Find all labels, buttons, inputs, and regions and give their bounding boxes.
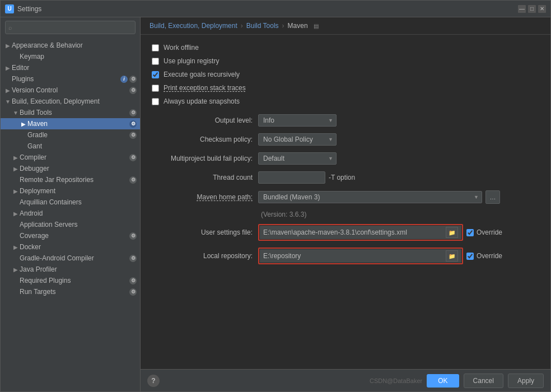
- local-repo-override-wrap: Override: [466, 252, 502, 260]
- breadcrumb-icon: ▤: [314, 23, 319, 29]
- sidebar-item-label: Java Profiler: [20, 265, 140, 273]
- expand-icon: ▼: [12, 110, 20, 116]
- user-settings-override-label: Override: [477, 228, 502, 236]
- always-update-row: Always update snapshots: [152, 97, 539, 105]
- output-level-select[interactable]: Info Debug Warn Error: [258, 114, 337, 127]
- print-exception-row: Print exception stack traces: [152, 84, 539, 92]
- thread-count-control: -T option: [258, 171, 355, 184]
- maven-home-select[interactable]: Bundled (Maven 3) Custom...: [258, 191, 482, 203]
- gear-icon: ⚙: [129, 176, 137, 184]
- sidebar-item-label: Build Tools: [20, 109, 129, 116]
- sidebar-item-android[interactable]: ▶ Android: [1, 208, 140, 219]
- watermark-label: CSDN@DataBaker: [370, 377, 422, 384]
- search-input[interactable]: [5, 21, 136, 34]
- user-settings-browse-button[interactable]: 📁: [446, 227, 458, 238]
- ok-button[interactable]: OK: [427, 374, 459, 388]
- sidebar-item-label: Arquillian Containers: [20, 198, 140, 206]
- breadcrumb-build-exec: Build, Execution, Deployment: [150, 22, 237, 30]
- expand-icon: ▶: [4, 43, 12, 49]
- checksum-policy-dropdown-wrap: No Global Policy Fail Warn ▼: [258, 133, 337, 146]
- sidebar-item-build-exec-deploy[interactable]: ▼ Build, Execution, Deployment: [1, 96, 140, 107]
- sidebar-item-version-control[interactable]: ▶ Version Control ⚙: [1, 85, 140, 96]
- item-icons: ⚙: [129, 232, 137, 240]
- title-bar: U Settings — □ ✕: [1, 1, 550, 17]
- sidebar-item-plugins[interactable]: Plugins i ⚙: [1, 73, 140, 85]
- breadcrumb-build-tools: Build Tools: [246, 22, 279, 30]
- sidebar-item-coverage[interactable]: Coverage ⚙: [1, 230, 140, 241]
- sidebar-item-build-tools[interactable]: ▼ Build Tools ⚙: [1, 107, 140, 118]
- sidebar-item-compiler[interactable]: ▶ Compiler ⚙: [1, 152, 140, 163]
- work-offline-row: Work offline: [152, 44, 539, 52]
- maximize-button[interactable]: □: [528, 5, 536, 13]
- gear-icon: ⚙: [129, 288, 137, 296]
- sidebar-item-keymap[interactable]: Keymap: [1, 51, 140, 62]
- thread-count-input[interactable]: [258, 171, 325, 184]
- sidebar-tree: ▶ Appearance & Behavior Keymap ▶ Editor …: [1, 38, 140, 391]
- maven-home-browse-button[interactable]: …: [485, 190, 500, 204]
- user-settings-override-checkbox[interactable]: [466, 229, 474, 236]
- item-icons: ⚙: [129, 109, 137, 116]
- checksum-policy-control: No Global Policy Fail Warn ▼: [258, 133, 337, 146]
- sidebar-item-label: Remote Jar Repositories: [20, 176, 129, 184]
- sidebar-item-deployment[interactable]: ▶ Deployment: [1, 185, 140, 197]
- execute-goals-label: Execute goals recursively: [164, 71, 240, 78]
- gear-icon: ⚙: [129, 76, 137, 83]
- local-repo-row: Local repository: E:\repository 📁 Overri…: [152, 248, 539, 264]
- execute-goals-checkbox[interactable]: [152, 71, 159, 78]
- maven-home-dropdown-wrap: Bundled (Maven 3) Custom... ▼: [258, 191, 482, 203]
- sidebar-item-label: Android: [20, 209, 140, 217]
- use-plugin-registry-row: Use plugin registry: [152, 57, 539, 65]
- user-settings-label: User settings file:: [152, 228, 253, 236]
- item-icons: ⚙: [129, 255, 137, 262]
- sidebar-item-java-profiler[interactable]: ▶ Java Profiler: [1, 264, 140, 275]
- sidebar-item-gradle[interactable]: Gradle ⚙: [1, 129, 140, 141]
- always-update-checkbox[interactable]: [152, 98, 159, 105]
- bottom-right: CSDN@DataBaker OK Cancel Apply: [370, 374, 544, 388]
- sidebar-item-docker[interactable]: ▶ Docker: [1, 241, 140, 253]
- work-offline-label: Work offline: [164, 44, 199, 52]
- sidebar: ⌕ ▶ Appearance & Behavior Keymap ▶ Edito…: [1, 17, 141, 391]
- window-controls: — □ ✕: [518, 5, 546, 13]
- sidebar-item-label: Gradle: [27, 131, 129, 139]
- sidebar-item-label: Gradle-Android Compiler: [20, 254, 129, 262]
- sidebar-item-gradle-android[interactable]: Gradle-Android Compiler ⚙: [1, 253, 140, 264]
- expand-icon: ▶: [4, 65, 12, 71]
- multiproject-policy-select[interactable]: Default Fail Warn: [258, 152, 337, 165]
- sidebar-item-gant[interactable]: Gant: [1, 141, 140, 152]
- use-plugin-registry-checkbox[interactable]: [152, 58, 159, 65]
- cancel-button[interactable]: Cancel: [464, 374, 503, 388]
- sidebar-item-label: Keymap: [20, 53, 140, 60]
- checksum-policy-select[interactable]: No Global Policy Fail Warn: [258, 133, 337, 146]
- gear-icon: ⚙: [129, 277, 137, 284]
- local-repo-file-wrap: E:\repository 📁: [258, 248, 463, 264]
- expand-icon: ▶: [12, 267, 20, 273]
- bottom-bar: ? CSDN@DataBaker OK Cancel Apply: [141, 369, 550, 391]
- sidebar-item-run-targets[interactable]: Run Targets ⚙: [1, 286, 140, 297]
- sidebar-item-debugger[interactable]: ▶ Debugger: [1, 163, 140, 174]
- print-exception-checkbox[interactable]: [152, 85, 159, 92]
- sidebar-item-label: Plugins: [12, 75, 120, 83]
- sidebar-item-remote-jar[interactable]: Remote Jar Repositories ⚙: [1, 174, 140, 185]
- sidebar-item-maven[interactable]: ▶ Maven ⚙: [1, 118, 140, 129]
- apply-button[interactable]: Apply: [508, 374, 544, 388]
- work-offline-checkbox[interactable]: [152, 44, 159, 52]
- expand-icon: ▶: [12, 155, 20, 161]
- sidebar-item-editor[interactable]: ▶ Editor: [1, 62, 140, 73]
- close-button[interactable]: ✕: [538, 5, 546, 13]
- sidebar-item-label: Build, Execution, Deployment: [12, 97, 140, 105]
- breadcrumb-sep1: ›: [241, 22, 243, 30]
- local-repo-browse-button[interactable]: 📁: [446, 250, 458, 262]
- local-repo-override-checkbox[interactable]: [466, 253, 474, 260]
- help-button[interactable]: ?: [147, 375, 160, 387]
- minimize-button[interactable]: —: [518, 5, 526, 13]
- breadcrumb: Build, Execution, Deployment › Build Too…: [141, 17, 550, 35]
- sidebar-item-required-plugins[interactable]: Required Plugins ⚙: [1, 275, 140, 286]
- sidebar-item-appearance[interactable]: ▶ Appearance & Behavior: [1, 40, 140, 51]
- gear-icon: ⚙: [129, 232, 137, 240]
- settings-panel: Work offline Use plugin registry Execute…: [141, 35, 550, 369]
- always-update-label: Always update snapshots: [164, 97, 240, 105]
- sidebar-item-app-servers[interactable]: Application Servers: [1, 219, 140, 230]
- sidebar-item-label: Editor: [12, 64, 140, 72]
- window-title: Settings: [17, 5, 518, 13]
- sidebar-item-arquillian[interactable]: Arquillian Containers: [1, 197, 140, 208]
